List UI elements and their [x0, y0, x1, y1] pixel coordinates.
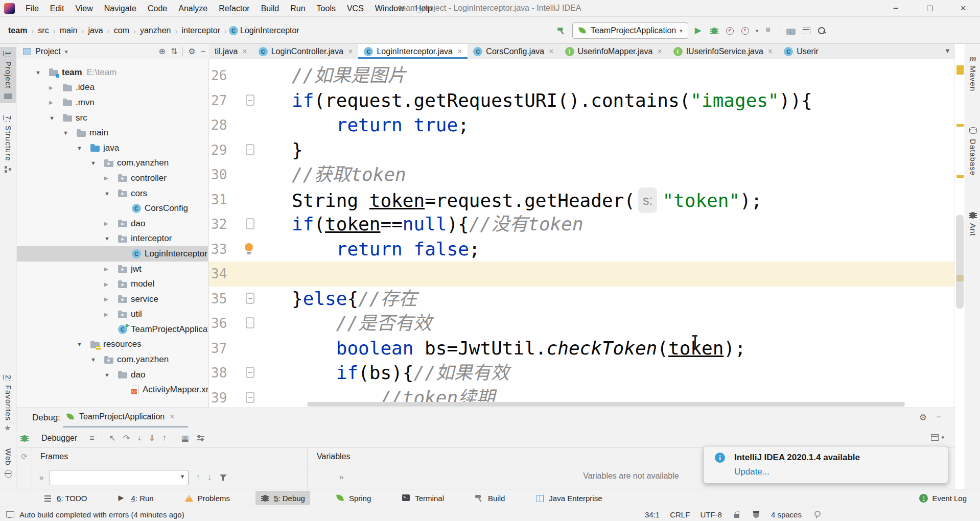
menu-edit[interactable]: Edit — [44, 0, 70, 17]
filter-icon[interactable] — [219, 473, 228, 482]
next-frame-icon[interactable]: ↓ — [207, 472, 212, 483]
tree-item-ActivityMapper.xml[interactable]: ActivityMapper.xml — [17, 382, 208, 397]
project-panel-title[interactable]: Project — [35, 47, 61, 56]
breadcrumb-team[interactable]: team — [6, 25, 29, 36]
tree-open-arrow-icon[interactable]: ▼ — [77, 145, 90, 151]
code-editor[interactable]: 26 //如果是图片27− if(request.getRequestURI()… — [209, 59, 954, 408]
tree-open-arrow-icon[interactable]: ▼ — [104, 235, 118, 242]
step-out-icon[interactable]: ↑ — [162, 433, 167, 443]
tree-open-arrow-icon[interactable]: ▼ — [35, 69, 49, 76]
menu-tools[interactable]: Tools — [311, 0, 341, 17]
tree-item-util[interactable]: ▶util — [17, 307, 208, 322]
line-separator[interactable]: CRLF — [670, 510, 690, 519]
tree-closed-arrow-icon[interactable]: ▶ — [104, 312, 118, 317]
toolwindow-tab-4run[interactable]: 4: Run — [112, 491, 158, 505]
tree-item-team[interactable]: ▼teamE:\team — [17, 65, 208, 80]
status-message[interactable]: Auto build completed with errors (4 minu… — [19, 510, 184, 519]
tree-closed-arrow-icon[interactable]: ▶ — [104, 296, 118, 302]
menu-build[interactable]: Build — [255, 0, 285, 17]
tree-item-main[interactable]: ▼main — [17, 125, 208, 140]
hide-panel-icon[interactable]: − — [936, 412, 941, 423]
locate-file-icon[interactable]: ⊕ — [159, 47, 166, 56]
tree-item-TeamProjectApplication[interactable]: CTeamProjectApplication — [17, 322, 208, 337]
tree-open-arrow-icon[interactable]: ▼ — [90, 160, 104, 166]
tree-closed-arrow-icon[interactable]: ▶ — [49, 85, 63, 90]
tree-closed-arrow-icon[interactable]: ▶ — [104, 221, 118, 226]
stripe-tab-database[interactable]: Database — [965, 122, 980, 180]
tree-item-resources[interactable]: ▼resources — [17, 337, 208, 352]
tab-CorsConfig.java[interactable]: CCorsConfig.java× — [468, 44, 559, 59]
breadcrumb-main[interactable]: main — [58, 25, 80, 36]
tree-open-arrow-icon[interactable]: ▼ — [63, 130, 77, 136]
rerun-icon[interactable]: ⟳ — [21, 452, 28, 461]
tree-open-arrow-icon[interactable]: ▼ — [49, 115, 63, 121]
warning-mark[interactable] — [956, 124, 964, 127]
tree-item-java[interactable]: ▼java — [17, 140, 208, 156]
toolwindow-tab-javaenterprise[interactable]: Java Enterprise — [530, 491, 607, 505]
build-hammer-icon[interactable] — [557, 26, 566, 35]
gear-icon[interactable]: ⚙ — [188, 47, 195, 56]
fold-marker-icon[interactable]: − — [246, 392, 254, 403]
readonly-lock-icon[interactable] — [732, 510, 741, 519]
tree-item-CorsConfig[interactable]: CCorsConfig — [17, 201, 208, 216]
tab-LoginController.java[interactable]: CLoginController.java× — [253, 44, 359, 59]
vertical-scrollbar[interactable] — [956, 215, 964, 309]
toolwindow-tab-terminal[interactable]: Terminal — [396, 491, 449, 505]
tree-closed-arrow-icon[interactable]: ▶ — [104, 281, 118, 287]
breadcrumb-interceptor[interactable]: interceptor — [179, 25, 222, 36]
close-icon[interactable]: × — [170, 412, 174, 421]
toolwindow-tab-6todo[interactable]: 6: TODO — [38, 491, 92, 505]
breadcrumb-src[interactable]: src — [36, 25, 51, 36]
toolwindow-tab-5debug[interactable]: 5: Debug — [255, 491, 310, 505]
debug-session-tab[interactable]: TeamProjectApplication × — [66, 412, 175, 421]
stripe-tab-ant[interactable]: Ant — [965, 206, 980, 241]
menu-navigate[interactable]: Navigate — [99, 0, 142, 17]
chevron-down-icon[interactable]: ▼ — [64, 49, 69, 55]
menu-analyze[interactable]: Analyze — [173, 0, 213, 17]
debug-button[interactable] — [710, 26, 719, 35]
tree-item-LoginInterceptor[interactable]: CLoginInterceptor — [17, 246, 208, 262]
update-link[interactable]: Update... — [734, 467, 769, 477]
tree-item-.mvn[interactable]: ▶.mvn — [17, 95, 208, 110]
close-icon[interactable]: × — [657, 47, 662, 56]
tree-item-com.yanzhen[interactable]: ▼com.yanzhen — [17, 352, 208, 367]
coverage-button[interactable] — [725, 26, 734, 35]
tree-open-arrow-icon[interactable]: ▼ — [104, 191, 118, 197]
tree-item-dao[interactable]: ▼dao — [17, 367, 208, 383]
close-button[interactable]: × — [946, 0, 980, 17]
fold-marker-icon[interactable]: − — [246, 367, 254, 378]
menu-run[interactable]: Run — [285, 0, 311, 17]
run-button[interactable] — [694, 26, 704, 35]
fold-marker-icon[interactable]: − — [246, 218, 254, 229]
highlighting-level-icon[interactable] — [752, 510, 761, 519]
tree-closed-arrow-icon[interactable]: ▶ — [49, 100, 63, 105]
breadcrumb-com[interactable]: com — [112, 25, 131, 36]
stop-button[interactable] — [764, 26, 774, 35]
horizontal-scrollbar[interactable] — [307, 402, 905, 407]
fold-marker-icon[interactable]: − — [246, 293, 254, 304]
tree-item-model[interactable]: ▶model — [17, 276, 208, 292]
stripe-tab-structure[interactable]: 7: Structure — [0, 111, 16, 178]
previous-frame-icon[interactable]: ↑ — [196, 472, 200, 483]
tree-open-arrow-icon[interactable]: ▼ — [77, 341, 90, 347]
hide-panel-icon[interactable]: − — [201, 47, 205, 56]
close-icon[interactable]: × — [242, 47, 247, 56]
run-config-combo[interactable]: TeamProjectApplication ▾ — [572, 22, 688, 39]
warning-mark[interactable] — [956, 65, 964, 75]
profiler-chevron-icon[interactable]: ▾ — [756, 26, 759, 35]
tree-item-service[interactable]: ▶service — [17, 292, 208, 307]
breadcrumb-java[interactable]: java — [86, 25, 105, 36]
tab-Userir[interactable]: CUserir — [778, 44, 824, 59]
tree-item-interceptor[interactable]: ▼interceptor — [17, 231, 208, 247]
tab-debugger[interactable]: Debugger — [41, 434, 77, 443]
menu-window[interactable]: Window — [369, 0, 410, 17]
tree-item-.idea[interactable]: ▶.idea — [17, 80, 208, 96]
menu-help[interactable]: Help — [410, 0, 438, 17]
error-stripe[interactable] — [954, 44, 965, 489]
tree-item-src[interactable]: ▼src — [17, 110, 208, 126]
tree-item-cors[interactable]: ▼cors — [17, 186, 208, 201]
stripe-tab-favorites[interactable]: 2: Favorites — [0, 371, 16, 437]
fold-marker-icon[interactable]: − — [246, 317, 254, 328]
caret-position[interactable]: 34:1 — [645, 510, 660, 519]
evaluate-expression-icon[interactable]: ▦ — [181, 434, 189, 443]
